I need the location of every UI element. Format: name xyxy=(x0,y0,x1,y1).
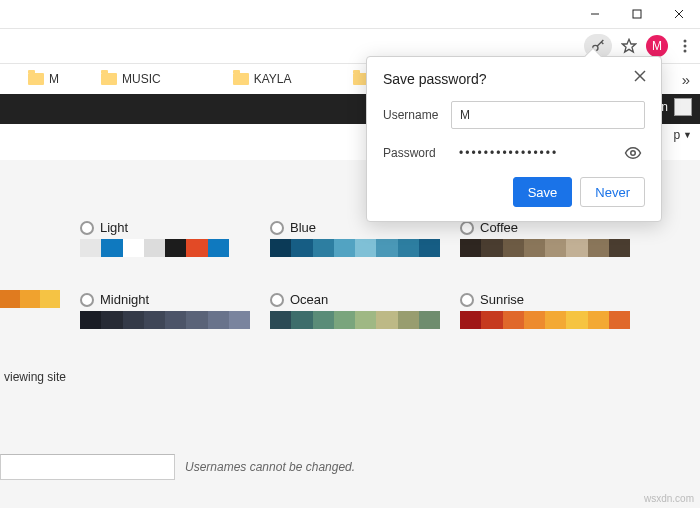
color-swatch xyxy=(481,311,502,329)
dialog-username-input[interactable] xyxy=(451,101,645,129)
close-button[interactable] xyxy=(658,0,700,28)
color-swatch xyxy=(101,239,122,257)
radio-icon[interactable] xyxy=(460,221,474,235)
bookmark-label: MUSIC xyxy=(122,72,161,86)
radio-icon[interactable] xyxy=(270,293,284,307)
color-swatch xyxy=(80,311,101,329)
theme-option-sunrise[interactable]: Sunrise xyxy=(460,292,650,329)
color-swatch xyxy=(123,311,144,329)
color-swatch xyxy=(460,311,481,329)
color-swatch xyxy=(208,311,229,329)
color-swatch xyxy=(566,239,587,257)
password-mask: •••••••••••••••• xyxy=(459,146,623,160)
color-swatch xyxy=(503,239,524,257)
profile-avatar[interactable]: M xyxy=(646,35,668,57)
theme-option-coffee[interactable]: Coffee xyxy=(460,220,650,257)
username-label: Username xyxy=(383,108,451,122)
watermark: wsxdn.com xyxy=(644,493,694,504)
color-swatch xyxy=(376,311,397,329)
username-input[interactable] xyxy=(0,454,175,480)
radio-icon[interactable] xyxy=(80,221,94,235)
bookmark-star-icon[interactable] xyxy=(620,37,638,55)
svg-marker-5 xyxy=(622,39,635,52)
color-swatch xyxy=(80,239,101,257)
svg-rect-1 xyxy=(633,10,641,18)
theme-swatch-partial xyxy=(0,290,60,308)
bookmark-folder[interactable]: M xyxy=(28,72,59,86)
color-swatch xyxy=(460,239,481,257)
svg-point-11 xyxy=(631,151,636,156)
theme-option-light[interactable]: Light xyxy=(80,220,270,257)
theme-label: Light xyxy=(100,220,128,235)
color-swatch xyxy=(165,311,186,329)
color-swatch xyxy=(313,311,334,329)
color-swatch xyxy=(0,290,20,308)
color-swatch xyxy=(376,239,397,257)
color-swatch xyxy=(313,239,334,257)
color-swatch xyxy=(270,239,291,257)
username-note: Usernames cannot be changed. xyxy=(185,460,355,474)
bookmarks-overflow-icon[interactable]: » xyxy=(682,71,690,88)
color-swatch xyxy=(524,239,545,257)
save-button[interactable]: Save xyxy=(513,177,573,207)
radio-icon[interactable] xyxy=(460,293,474,307)
color-swatch xyxy=(186,239,207,257)
radio-icon[interactable] xyxy=(270,221,284,235)
theme-label: Ocean xyxy=(290,292,328,307)
viewing-site-label: viewing site xyxy=(4,370,66,384)
color-swatch xyxy=(144,311,165,329)
color-swatch xyxy=(609,311,630,329)
color-swatch xyxy=(481,239,502,257)
color-swatch xyxy=(503,311,524,329)
theme-label: Sunrise xyxy=(480,292,524,307)
color-swatch xyxy=(165,239,186,257)
header-sub[interactable]: p ▼ xyxy=(673,124,692,146)
color-swatch xyxy=(609,239,630,257)
never-button[interactable]: Never xyxy=(580,177,645,207)
color-swatch xyxy=(545,239,566,257)
color-swatch xyxy=(545,311,566,329)
save-password-dialog: Save password? Username Password •••••••… xyxy=(366,56,662,222)
color-swatch xyxy=(588,239,609,257)
theme-option-midnight[interactable]: Midnight xyxy=(80,292,270,329)
color-swatch xyxy=(291,311,312,329)
color-swatch xyxy=(229,239,250,257)
folder-icon xyxy=(28,73,44,85)
theme-option-ocean[interactable]: Ocean xyxy=(270,292,460,329)
minimize-button[interactable] xyxy=(574,0,616,28)
color-swatch xyxy=(208,239,229,257)
color-swatch xyxy=(355,311,376,329)
color-swatch xyxy=(40,290,60,308)
theme-label: Coffee xyxy=(480,220,518,235)
color-swatch xyxy=(419,239,440,257)
radio-icon[interactable] xyxy=(80,293,94,307)
color-swatch xyxy=(101,311,122,329)
color-swatch xyxy=(588,311,609,329)
dialog-title: Save password? xyxy=(383,71,645,87)
theme-label: Blue xyxy=(290,220,316,235)
password-label: Password xyxy=(383,146,451,160)
maximize-button[interactable] xyxy=(616,0,658,28)
kebab-menu-icon[interactable] xyxy=(676,37,694,55)
avatar[interactable] xyxy=(674,98,692,116)
dialog-password-display[interactable]: •••••••••••••••• xyxy=(451,139,645,167)
chevron-down-icon: ▼ xyxy=(683,130,692,140)
color-swatch xyxy=(186,311,207,329)
color-swatch xyxy=(398,311,419,329)
header-sub-label: p xyxy=(673,128,680,142)
color-swatch xyxy=(270,311,291,329)
color-swatch xyxy=(229,311,250,329)
close-icon[interactable] xyxy=(631,67,649,85)
bookmark-folder[interactable]: KAYLA xyxy=(233,72,292,86)
eye-icon[interactable] xyxy=(623,143,643,163)
bookmark-folder[interactable]: MUSIC xyxy=(101,72,161,86)
svg-point-6 xyxy=(684,40,687,43)
theme-option-blue[interactable]: Blue xyxy=(270,220,460,257)
color-swatch xyxy=(123,239,144,257)
color-swatch xyxy=(566,311,587,329)
folder-icon xyxy=(101,73,117,85)
color-swatch xyxy=(355,239,376,257)
svg-point-7 xyxy=(684,45,687,48)
color-swatch xyxy=(419,311,440,329)
color-swatch xyxy=(20,290,40,308)
